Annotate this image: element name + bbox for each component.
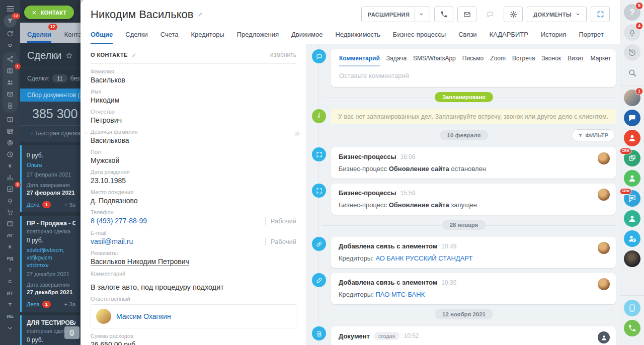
about-edit-link[interactable]: изменить: [270, 51, 296, 58]
composer-tab-SMS/WhatsApp[interactable]: SMS/WhatsApp: [413, 55, 456, 66]
deal-client-link[interactable]: Ольга: [27, 161, 75, 169]
extensions-button[interactable]: РАСШИРЕНИЯ: [361, 7, 430, 22]
timeline-entry-card[interactable]: Бизнес-процессы16:06Бизнес-процесс Обнов…: [331, 147, 616, 179]
dark-photo-avatar[interactable]: [624, 250, 640, 267]
mail-icon[interactable]: [3, 88, 17, 100]
tab-Связи[interactable]: Связи: [458, 31, 476, 44]
rail-text-item[interactable]: К: [3, 241, 17, 252]
kanban-column-header[interactable]: Сбор документов (27): [20, 89, 80, 102]
open-entity-pill[interactable]: КОНТАКТ: [24, 6, 74, 19]
entry-link[interactable]: АО БАНК РУССКИЙ СТАНДАРТ: [375, 254, 472, 262]
deal-plan-link[interactable]: + За: [64, 301, 75, 307]
drag-handle-icon[interactable]: [84, 129, 88, 135]
composer-tab-Визит[interactable]: Визит: [568, 55, 584, 66]
edit-title-pencil-icon[interactable]: [197, 11, 204, 18]
timeline-entry-card[interactable]: Добавлена связь с элементом10:49Кредитор…: [331, 237, 616, 268]
funnel-icon[interactable]: 12: [4, 15, 17, 28]
settings-gear-button[interactable]: [504, 7, 523, 22]
quick-deal-button[interactable]: + Быстрая сделка: [20, 125, 80, 142]
composer-tab-Zoom[interactable]: Zoom: [490, 55, 506, 66]
book-icon[interactable]: [3, 114, 17, 125]
tab-КАДАРБИТР[interactable]: КАДАРБИТР: [490, 31, 528, 44]
tab-Предложения[interactable]: Предложения: [237, 31, 279, 44]
crm-cards-icon[interactable]: CRM: [624, 150, 640, 166]
timeline-entry-card[interactable]: Бизнес-процессы15:59Бизнес-процесс Обнов…: [331, 184, 616, 215]
composer-tab-Задача[interactable]: Задача: [386, 55, 407, 66]
rail-text-item[interactable]: Т: [3, 299, 17, 310]
rail-text-item[interactable]: Т: [3, 264, 17, 276]
fullscreen-button[interactable]: [591, 7, 610, 22]
deal-plan-link[interactable]: + За: [64, 202, 75, 208]
documents-button[interactable]: ДОКУМЕНТЫ: [527, 7, 587, 22]
clock-icon[interactable]: [3, 148, 17, 160]
composer-tab-Письмо[interactable]: Письмо: [462, 55, 484, 66]
cart-icon[interactable]: [3, 206, 17, 218]
user-photo-avatar[interactable]: 1: [624, 90, 640, 106]
timeline-entry-card[interactable]: Добавлена связь с элементом10:35Кредитор…: [331, 273, 616, 304]
idcard-icon[interactable]: [3, 125, 17, 137]
chevron-down-icon[interactable]: [3, 322, 17, 333]
question-icon[interactable]: ?9: [624, 4, 640, 21]
nav-tab-Сделки[interactable]: Сделки12: [27, 31, 51, 43]
target-icon[interactable]: [3, 137, 17, 148]
chat-button[interactable]: [480, 7, 500, 22]
tab-Движимое[interactable]: Движимое: [291, 31, 323, 44]
timeline-entry-card[interactable]: Документсоздан10:52Создан новый документ…: [331, 326, 616, 345]
email-button[interactable]: [457, 7, 476, 22]
phone-icon[interactable]: [624, 320, 640, 336]
person-icon[interactable]: [624, 210, 640, 227]
bell-icon[interactable]: [3, 195, 17, 206]
comment-input[interactable]: Оставьте комментарий: [331, 66, 616, 87]
call-button[interactable]: [434, 7, 453, 22]
field-value[interactable]: 8 (493) 277-88-99: [91, 217, 147, 225]
window-icon[interactable]: [3, 218, 17, 229]
tab-Сделки[interactable]: Сделки: [125, 31, 147, 44]
rail-text-item[interactable]: ЛГ: [3, 229, 17, 241]
field-value[interactable]: vasil@mail.ru: [91, 237, 133, 245]
composer-tab-Маркет[interactable]: Маркет: [591, 55, 611, 66]
tab-Общие[interactable]: Общие: [91, 31, 113, 44]
rail-text-item[interactable]: К: [3, 160, 17, 171]
molecule-icon[interactable]: [3, 53, 17, 65]
tab-Кредиторы[interactable]: Кредиторы: [191, 31, 224, 44]
print-button[interactable]: [64, 326, 79, 339]
edit-pencil-icon[interactable]: [131, 52, 137, 58]
rail-text-item[interactable]: РД: [3, 252, 17, 264]
nav-tab-Контакты[interactable]: Контакты: [64, 31, 80, 43]
crm-chat-icon[interactable]: CRM: [624, 190, 640, 207]
sync-icon[interactable]: [3, 28, 17, 39]
composer-tab-Встреча[interactable]: Встреча: [512, 55, 535, 66]
rail-text-item[interactable]: С: [3, 276, 17, 287]
person-clock-icon[interactable]: [624, 230, 640, 247]
responsible-user-link[interactable]: Максим Охапкин: [116, 312, 171, 320]
field-value[interactable]: Васильков Никодим Петрович: [91, 257, 189, 266]
field-gear-icon[interactable]: [294, 131, 300, 137]
deal-todo-link[interactable]: Дела1: [27, 301, 51, 308]
deal-card[interactable]: 0 руб.Ольга27 февраля 2021Дата завершени…: [20, 145, 80, 212]
deal-card[interactable]: ПР - Продажа - Отчётныповторная сделка0 …: [20, 216, 80, 312]
tab-Портрет[interactable]: Портрет: [579, 31, 603, 44]
favorite-star-icon[interactable]: [65, 52, 73, 59]
people-icon[interactable]: [3, 76, 17, 88]
chart-icon[interactable]: [3, 171, 17, 183]
bell-icon[interactable]: 4: [624, 24, 640, 41]
tab-Недвижимость[interactable]: Недвижимость: [335, 31, 380, 44]
rail-text-item[interactable]: ИТ: [3, 287, 17, 299]
device-icon[interactable]: [624, 300, 640, 316]
rail-text-item[interactable]: О: [3, 39, 17, 51]
composer-tab-Звонок[interactable]: Звонок: [541, 55, 561, 66]
responsible-user-box[interactable]: Максим Охапкин: [91, 304, 296, 328]
tab-История[interactable]: История: [541, 31, 566, 44]
kanban-icon[interactable]: 1: [3, 65, 17, 76]
search-icon[interactable]: [624, 64, 640, 81]
history-icon[interactable]: [624, 44, 640, 61]
tasks-icon[interactable]: 3: [3, 183, 17, 195]
rail-text-item[interactable]: ИБ: [3, 310, 17, 322]
person-icon[interactable]: [624, 170, 640, 187]
deal-todo-link[interactable]: Дела1: [27, 201, 51, 208]
tab-Счета[interactable]: Счета: [160, 31, 179, 44]
tab-Бизнес-процессы[interactable]: Бизнес-процессы: [393, 31, 446, 44]
chat-people-icon[interactable]: [624, 110, 640, 126]
deal-client-link[interactable]: sdvbdfjkvbxcm, vsfjkgvjcm vdcbmxv: [27, 246, 75, 269]
timeline-filter-button[interactable]: ФИЛЬТР: [572, 129, 615, 141]
